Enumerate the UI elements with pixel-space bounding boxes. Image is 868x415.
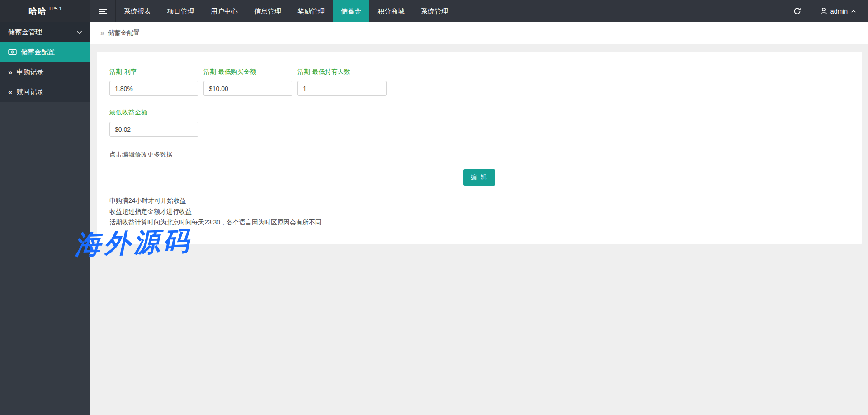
breadcrumb: » 储蓄金配置 xyxy=(90,22,868,44)
breadcrumb-caret-icon: » xyxy=(100,29,104,37)
sidebar-toggle-button[interactable] xyxy=(90,0,116,22)
top-nav: 系统报表 项目管理 用户中心 信息管理 奖励管理 储蓄金 积分商城 系统管理 xyxy=(116,0,456,22)
min-purchase-amount-input[interactable] xyxy=(203,81,292,96)
user-icon xyxy=(820,7,827,15)
chevron-up-icon xyxy=(851,10,856,13)
note-line: 活期收益计算时间为北京时间每天23:30，各个语言因为时区原因会有所不同 xyxy=(109,217,849,228)
sidebar-group-label: 储蓄金管理 xyxy=(8,28,42,37)
sidebar-item-redeem-records[interactable]: « 赎回记录 xyxy=(0,82,90,102)
field-label: 最低收益金额 xyxy=(109,109,198,117)
nav-tab-system-report[interactable]: 系统报表 xyxy=(116,0,159,22)
nav-tab-user-center[interactable]: 用户中心 xyxy=(203,0,246,22)
field-label: 活期-最低购买金额 xyxy=(203,68,292,76)
sidebar-item-label: 储蓄金配置 xyxy=(21,48,55,57)
min-holding-days-input[interactable] xyxy=(297,81,387,96)
main-content: » 储蓄金配置 活期-利率 活期-最低购买金额 活期-最低持有天数 xyxy=(90,22,868,415)
nav-tab-info-mgmt[interactable]: 信息管理 xyxy=(246,0,289,22)
field-min-purchase-amount: 活期-最低购买金额 xyxy=(203,68,292,96)
sidebar-item-savings-config[interactable]: 储蓄金配置 xyxy=(0,42,90,62)
field-min-income-amount: 最低收益金额 xyxy=(109,109,198,137)
nav-tab-system-mgmt[interactable]: 系统管理 xyxy=(413,0,456,22)
edit-hint-text: 点击编辑修改更多数据 xyxy=(109,151,849,159)
sidebar-item-purchase-records[interactable]: » 申购记录 xyxy=(0,62,90,82)
refresh-icon xyxy=(793,7,801,15)
note-line: 申购满24小时才可开始收益 xyxy=(109,195,849,206)
breadcrumb-current-page: 储蓄金配置 xyxy=(108,29,140,37)
form-row-1: 活期-利率 活期-最低购买金额 活期-最低持有天数 xyxy=(109,68,849,96)
nav-tab-points-mall[interactable]: 积分商城 xyxy=(369,0,413,22)
angle-double-right-icon: » xyxy=(8,68,12,76)
note-line: 收益超过指定金额才进行收益 xyxy=(109,206,849,217)
nav-tab-reward-mgmt[interactable]: 奖励管理 xyxy=(289,0,333,22)
field-label: 活期-最低持有天数 xyxy=(297,68,387,76)
sidebar-group-savings-mgmt[interactable]: 储蓄金管理 xyxy=(0,22,90,42)
money-icon xyxy=(8,49,17,55)
edit-button[interactable]: 编 辑 xyxy=(463,169,495,186)
nav-tab-savings[interactable]: 储蓄金 xyxy=(333,0,369,22)
button-row: 编 辑 xyxy=(109,169,849,186)
min-income-amount-input[interactable] xyxy=(109,122,198,137)
field-current-rate: 活期-利率 xyxy=(109,68,198,96)
notes-section: 申购满24小时才可开始收益 收益超过指定金额才进行收益 活期收益计算时间为北京时… xyxy=(109,195,849,228)
hamburger-icon xyxy=(99,8,108,15)
sidebar-item-label: 申购记录 xyxy=(16,68,43,76)
header-right-section: admin xyxy=(784,0,868,22)
logo-version-badge: TP5.1 xyxy=(48,6,61,11)
field-min-holding-days: 活期-最低持有天数 xyxy=(297,68,387,96)
nav-tab-project-mgmt[interactable]: 项目管理 xyxy=(159,0,203,22)
sidebar: 储蓄金管理 储蓄金配置 » 申购记录 « 赎回记录 xyxy=(0,22,90,415)
user-dropdown[interactable]: admin xyxy=(811,0,868,22)
app-logo[interactable]: 哈哈 TP5.1 xyxy=(0,0,90,22)
field-label: 活期-利率 xyxy=(109,68,198,76)
top-header: 哈哈 TP5.1 系统报表 项目管理 用户中心 信息管理 奖励管理 储蓄金 积分… xyxy=(0,0,868,22)
user-name: admin xyxy=(830,8,848,15)
sidebar-item-label: 赎回记录 xyxy=(16,88,43,96)
sidebar-menu: 储蓄金管理 储蓄金配置 » 申购记录 « 赎回记录 xyxy=(0,22,90,102)
refresh-button[interactable] xyxy=(784,0,811,22)
form-row-2: 最低收益金额 xyxy=(109,109,849,137)
logo-title: 哈哈 xyxy=(28,5,47,17)
savings-config-card: 活期-利率 活期-最低购买金额 活期-最低持有天数 最低收益金额 点 xyxy=(97,52,862,244)
current-rate-input[interactable] xyxy=(109,81,198,96)
chevron-down-icon xyxy=(76,30,82,34)
angle-double-left-icon: « xyxy=(8,88,12,96)
